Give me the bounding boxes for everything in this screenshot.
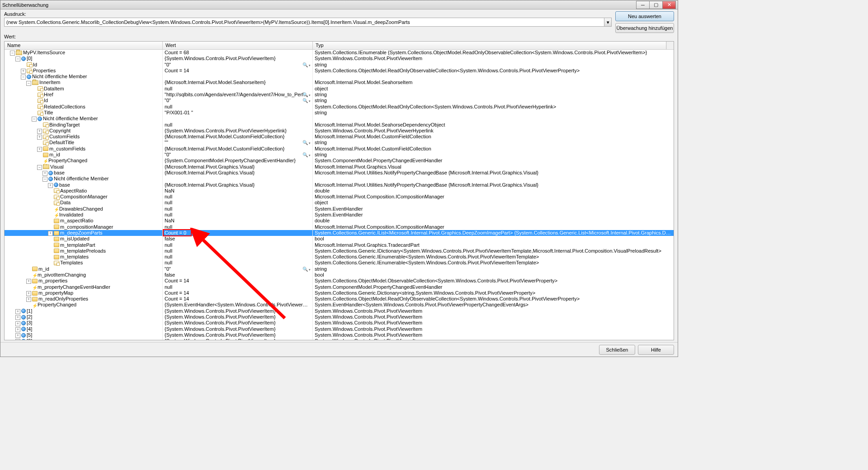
table-row[interactable]: AspectRatioNaNdouble [5, 188, 674, 194]
field-icon [43, 153, 48, 157]
table-row[interactable]: m_propertyChangeEventHandlernullSystem.C… [5, 284, 674, 290]
tree-toggle[interactable] [42, 170, 47, 175]
tree-toggle[interactable] [15, 327, 20, 332]
table-row[interactable]: m_pivotItemChangingfalsebool [5, 272, 674, 278]
tree-toggle[interactable] [15, 315, 20, 320]
table-row[interactable]: Copyright{System.Windows.Controls.Pivot.… [5, 128, 674, 134]
table-row[interactable]: InnerItem{Microsoft.Internal.Pivot.Model… [5, 80, 674, 85]
table-row[interactable]: Id"0"🔍string [5, 98, 674, 103]
visualizer-icon[interactable]: 🔍 [302, 266, 311, 272]
titlebar[interactable]: Schnellüberwachung ─ ▢ ✕ [0, 0, 678, 9]
table-row[interactable]: [3]{System.Windows.Controls.Pivot.PivotV… [5, 320, 674, 326]
row-value: {Microsoft.Internal.Pivot.Graphics.Visua… [165, 182, 255, 188]
tree-toggle[interactable] [42, 176, 47, 181]
table-row[interactable]: m_compositionManagernullMicrosoft.Intern… [5, 224, 674, 230]
table-row[interactable]: MyPV.ItemsSourceCount = 68System.Collect… [5, 50, 674, 56]
table-row[interactable]: DefaultTitle""🔍string [5, 140, 674, 146]
table-row[interactable]: Id"0"🔍string [5, 62, 674, 68]
table-row[interactable]: m_deepZoomPartsCount = 0System.Collectio… [5, 230, 674, 236]
table-row[interactable]: CustomFields{Microsoft.Internal.Pivot.Mo… [5, 134, 674, 140]
tree-toggle[interactable] [26, 80, 31, 85]
table-row[interactable]: Visual{Microsoft.Internal.Pivot.Graphics… [5, 164, 674, 170]
row-value: Count = 0 [165, 230, 186, 235]
visualizer-icon[interactable]: 🔍 [302, 92, 311, 98]
col-wert[interactable]: Wert [163, 42, 313, 49]
col-typ[interactable]: Typ [313, 42, 666, 49]
tree-toggle[interactable] [48, 183, 53, 188]
table-row[interactable]: base{Microsoft.Internal.Pivot.Graphics.V… [5, 182, 674, 188]
row-type: Microsoft.Internal.Pivot.Model.CustomFie… [315, 146, 431, 151]
table-row[interactable]: [6]{System.Windows.Controls.Pivot.PivotV… [5, 338, 674, 340]
visualizer-icon[interactable]: 🔍 [302, 62, 311, 68]
table-row[interactable]: [1]{System.Windows.Controls.Pivot.PivotV… [5, 308, 674, 314]
tree-toggle[interactable] [21, 74, 26, 79]
table-row[interactable]: PropertyChanged{System.EventHandler<Syst… [5, 302, 674, 308]
table-row[interactable]: [5]{System.Windows.Controls.Pivot.PivotV… [5, 332, 674, 338]
expression-input[interactable] [4, 18, 604, 27]
tree-toggle[interactable] [26, 278, 31, 283]
expression-label: Ausdruck: [4, 11, 612, 17]
table-row[interactable]: base{Microsoft.Internal.Pivot.Graphics.V… [5, 170, 674, 176]
table-row[interactable]: [2]{System.Windows.Controls.Pivot.PivotV… [5, 314, 674, 320]
tree-toggle[interactable] [15, 333, 20, 338]
tree-toggle[interactable] [26, 296, 31, 301]
grid-body[interactable]: MyPV.ItemsSourceCount = 68System.Collect… [5, 50, 674, 340]
table-row[interactable]: PropertiesCount = 14System.Collections.O… [5, 68, 674, 74]
tree-toggle[interactable] [48, 230, 53, 235]
table-row[interactable]: m_templatePreloadsnullSystem.Collections… [5, 248, 674, 254]
tree-toggle[interactable] [26, 291, 31, 296]
tree-toggle[interactable] [37, 164, 42, 169]
tree-toggle[interactable] [32, 116, 37, 121]
table-row[interactable]: [0]{System.Windows.Controls.Pivot.PivotV… [5, 56, 674, 61]
tree-toggle[interactable] [15, 321, 20, 326]
tree-toggle[interactable] [37, 134, 42, 139]
tree-toggle [48, 201, 53, 206]
table-row[interactable]: InvalidatednullSystem.EventHandler [5, 212, 674, 218]
tree-toggle[interactable] [15, 338, 20, 340]
table-row[interactable]: RelatedCollectionsnullSystem.Collections… [5, 104, 674, 110]
visualizer-icon[interactable]: 🔍 [302, 152, 311, 158]
table-row[interactable]: m_readOnlyPropertiesCount = 14System.Col… [5, 296, 674, 302]
col-name[interactable]: Name [5, 42, 163, 49]
reevaluate-button[interactable]: Neu auswerten [615, 11, 674, 21]
table-row[interactable]: DataItemnullobject [5, 86, 674, 92]
tree-toggle[interactable] [37, 146, 42, 151]
add-watch-button[interactable]: Überwachung hinzufügen [615, 23, 674, 33]
tree-toggle[interactable] [15, 56, 20, 61]
table-row[interactable]: m_isUpdatedfalsebool [5, 236, 674, 242]
table-row[interactable]: Nicht öffentliche Member [5, 116, 674, 122]
row-type: System.Collections.ObjectModel.Observabl… [315, 278, 557, 283]
table-row[interactable]: [4]{System.Windows.Controls.Pivot.PivotV… [5, 326, 674, 332]
visualizer-icon[interactable]: 🔍 [302, 140, 311, 146]
table-row[interactable]: DrawablesChangednullSystem.EventHandler [5, 206, 674, 212]
tree-toggle[interactable] [37, 128, 42, 133]
close-button[interactable]: ✕ [662, 1, 676, 9]
table-row[interactable]: m_templatePartnullMicrosoft.Internal.Piv… [5, 242, 674, 248]
table-row[interactable]: m_customFields{Microsoft.Internal.Pivot.… [5, 146, 674, 152]
table-row[interactable]: m_templatesnullSystem.Collections.Generi… [5, 254, 674, 260]
table-row[interactable]: BindingTargetnullMicrosoft.Internal.Pivo… [5, 122, 674, 128]
visualizer-icon[interactable]: 🔍 [302, 98, 311, 103]
tree-toggle[interactable] [10, 50, 15, 55]
close-dialog-button[interactable]: Schließen [599, 345, 635, 355]
table-row[interactable]: m_aspectRatioNaNdouble [5, 218, 674, 224]
minimize-button[interactable]: ─ [636, 1, 650, 9]
table-row[interactable]: Href"http://sqlbits.com/Agenda/event7/Ag… [5, 92, 674, 98]
table-row[interactable]: Title"P/X001-01 "string [5, 110, 674, 116]
table-row[interactable]: m_id"0"🔍string [5, 152, 674, 158]
tree-toggle[interactable] [15, 309, 20, 314]
tree-toggle[interactable] [21, 68, 26, 73]
table-row[interactable]: m_propertiesCount = 14System.Collections… [5, 278, 674, 284]
row-value: Count = 14 [165, 290, 189, 296]
maximize-button[interactable]: ▢ [649, 1, 663, 9]
table-row[interactable]: m_propertyMapCount = 14System.Collection… [5, 290, 674, 296]
table-row[interactable]: Nicht öffentliche Member [5, 176, 674, 182]
table-row[interactable]: PropertyChanged{System.ComponentModel.Pr… [5, 158, 674, 164]
help-button[interactable]: Hilfe [638, 345, 674, 355]
table-row[interactable]: CompositionManagernullMicrosoft.Internal… [5, 194, 674, 200]
expression-dropdown[interactable]: ▾ [604, 18, 612, 27]
table-row[interactable]: Datanullobject [5, 200, 674, 206]
table-row[interactable]: TemplatesnullSystem.Collections.Generic.… [5, 260, 674, 266]
table-row[interactable]: m_id"0"🔍string [5, 266, 674, 272]
table-row[interactable]: Nicht öffentliche Member [5, 74, 674, 80]
